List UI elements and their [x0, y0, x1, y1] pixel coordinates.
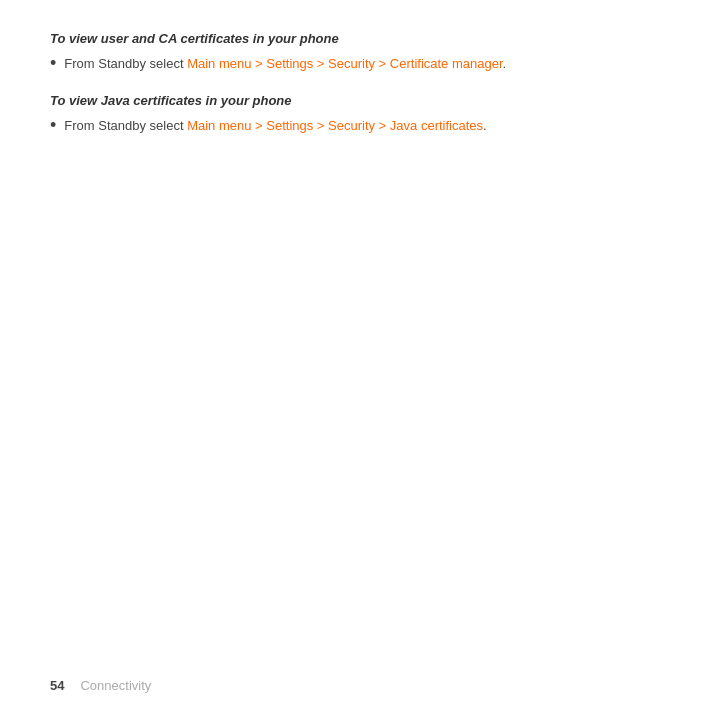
page-section-label: Connectivity	[80, 678, 151, 693]
bullet-dot-2: •	[50, 116, 56, 136]
ca-link[interactable]: Main menu > Settings > Security > Certif…	[187, 56, 502, 71]
java-certificates-section: To view Java certificates in your phone …	[50, 92, 671, 136]
ca-certificates-section: To view user and CA certificates in your…	[50, 30, 671, 74]
java-link[interactable]: Main menu > Settings > Security > Java c…	[187, 118, 483, 133]
ca-certificates-text: From Standby select Main menu > Settings…	[64, 54, 671, 74]
java-prefix: From Standby select	[64, 118, 187, 133]
ca-suffix: .	[503, 56, 507, 71]
java-certificates-text: From Standby select Main menu > Settings…	[64, 116, 671, 136]
page-number: 54	[50, 678, 64, 693]
ca-certificates-title: To view user and CA certificates in your…	[50, 30, 671, 48]
java-certificates-bullet: • From Standby select Main menu > Settin…	[50, 116, 671, 136]
page-content: To view user and CA certificates in your…	[0, 0, 721, 184]
page-footer: 54 Connectivity	[50, 678, 151, 693]
java-certificates-title: To view Java certificates in your phone	[50, 92, 671, 110]
java-suffix: .	[483, 118, 487, 133]
ca-certificates-bullet: • From Standby select Main menu > Settin…	[50, 54, 671, 74]
bullet-dot-1: •	[50, 54, 56, 74]
ca-prefix: From Standby select	[64, 56, 187, 71]
